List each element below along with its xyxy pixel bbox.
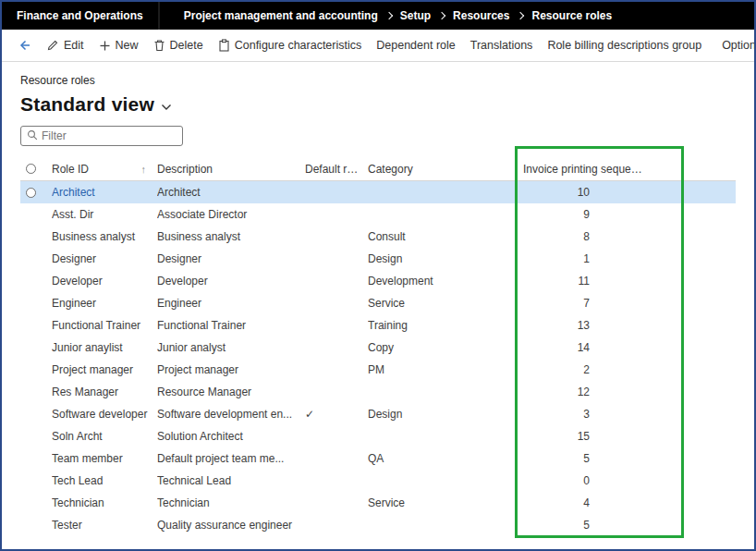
invoice-sequence-cell: 14: [523, 341, 682, 354]
breadcrumb-item-module[interactable]: Project management and accounting: [184, 9, 378, 22]
description-cell: Technical Lead: [157, 474, 305, 487]
category-cell: Service: [368, 297, 523, 310]
role-id-cell: Res Manager: [52, 386, 157, 398]
view-selector[interactable]: Standard view: [20, 93, 736, 116]
role-id-cell: Software developer: [52, 408, 157, 421]
category-cell: Consult: [368, 230, 523, 243]
new-button-label: New: [116, 39, 139, 52]
options-button[interactable]: Options: [714, 30, 756, 61]
table-row[interactable]: Asst. DirAssociate Director9: [20, 203, 736, 226]
new-button[interactable]: New: [91, 30, 146, 61]
table-row[interactable]: Res ManagerResource Manager12: [20, 381, 736, 403]
select-all-radio[interactable]: [20, 164, 52, 174]
description-cell: Project manager: [157, 363, 305, 376]
table-row[interactable]: Team memberDefault project team me...QA5: [20, 447, 736, 470]
delete-button-label: Delete: [170, 39, 203, 52]
table-row[interactable]: Business analystBusiness analystConsult8: [20, 226, 736, 248]
configure-characteristics-button[interactable]: Configure characteristics: [211, 30, 370, 61]
breadcrumb: Project management and accounting Setup …: [160, 9, 612, 22]
role-id-cell: Developer: [52, 275, 157, 288]
invoice-sequence-cell: 9: [523, 208, 682, 221]
default-role-check-icon: ✓: [305, 408, 360, 421]
breadcrumb-item-setup[interactable]: Setup: [400, 9, 431, 22]
table-row[interactable]: Software developerSoftware development e…: [20, 403, 736, 425]
invoice-sequence-cell: 5: [523, 519, 682, 532]
role-id-cell: Functional Trainer: [52, 319, 157, 332]
invoice-sequence-cell: 2: [523, 363, 682, 376]
invoice-sequence-cell: 15: [523, 430, 682, 443]
category-cell: Development: [368, 275, 523, 288]
invoice-sequence-cell: 13: [523, 319, 682, 332]
description-cell: Technician: [157, 496, 305, 509]
page-caption: Resource roles: [20, 74, 736, 87]
configure-characteristics-label: Configure characteristics: [235, 39, 362, 52]
description-cell: Solution Architect: [157, 430, 305, 443]
edit-button[interactable]: Edit: [39, 30, 91, 61]
category-cell: Copy: [368, 341, 523, 354]
role-id-cell: Designer: [52, 252, 157, 265]
breadcrumb-separator-icon: [517, 12, 524, 19]
table-row[interactable]: DeveloperDeveloperDevelopment11: [20, 270, 736, 292]
column-header-description[interactable]: Description: [157, 163, 305, 176]
delete-button[interactable]: Delete: [146, 30, 211, 61]
invoice-sequence-cell: 4: [523, 496, 682, 509]
invoice-sequence-cell: 12: [523, 386, 682, 398]
resource-roles-grid: Role ID ↑ Description Default role Categ…: [20, 157, 736, 536]
table-row[interactable]: Soln ArchtSolution Architect15: [20, 425, 736, 447]
role-id-cell: Tech Lead: [52, 474, 157, 487]
role-billing-descriptions-group-button[interactable]: Role billing descriptions group: [540, 30, 709, 61]
description-cell: Engineer: [157, 297, 305, 310]
back-button[interactable]: [9, 30, 39, 61]
table-row[interactable]: EngineerEngineerService7: [20, 292, 736, 314]
table-row[interactable]: Functional TrainerFunctional TrainerTrai…: [20, 314, 736, 337]
role-id-cell: Tester: [52, 519, 157, 532]
column-header-invoice-printing-sequence[interactable]: Invoice printing sequence: [523, 163, 682, 176]
description-cell: Associate Director: [157, 208, 305, 221]
description-cell: Developer: [157, 275, 305, 288]
description-cell: Functional Trainer: [157, 319, 305, 332]
description-cell: Default project team me...: [157, 452, 305, 465]
role-id-cell: Team member: [52, 452, 157, 465]
table-row[interactable]: Junior anaylistJunior analystCopy14: [20, 337, 736, 359]
role-id-cell: Business analyst: [52, 230, 157, 243]
column-header-role-id[interactable]: Role ID ↑: [52, 163, 157, 176]
plus-icon: [99, 40, 111, 52]
invoice-sequence-cell: 5: [523, 452, 682, 465]
breadcrumb-item-resources[interactable]: Resources: [453, 9, 509, 22]
category-cell: Design: [368, 408, 523, 421]
filter-input[interactable]: [42, 129, 171, 142]
app-window: Finance and Operations Project managemen…: [0, 0, 756, 551]
description-cell: Software development en...: [157, 408, 305, 421]
radio-circle-icon: [26, 164, 36, 174]
grid-body: ArchitectArchitect10Asst. DirAssociate D…: [20, 181, 736, 536]
translations-button[interactable]: Translations: [463, 30, 541, 61]
table-row[interactable]: Tech LeadTechnical Lead0: [20, 470, 736, 492]
category-cell: QA: [368, 452, 523, 465]
app-title[interactable]: Finance and Operations: [2, 2, 160, 30]
table-row[interactable]: DesignerDesignerDesign1: [20, 248, 736, 270]
description-cell: Junior analyst: [157, 341, 305, 354]
invoice-sequence-cell: 3: [523, 408, 682, 421]
row-select-cell[interactable]: [20, 188, 52, 198]
column-header-label: Role ID: [52, 163, 89, 176]
top-navigation-bar: Finance and Operations Project managemen…: [2, 2, 754, 30]
table-row[interactable]: ArchitectArchitect10: [20, 181, 736, 203]
table-row[interactable]: Project managerProject managerPM2: [20, 359, 736, 381]
dependent-role-button[interactable]: Dependent role: [369, 30, 462, 61]
dependent-role-label: Dependent role: [376, 39, 455, 52]
table-row[interactable]: TechnicianTechnicianService4: [20, 492, 736, 514]
options-label: Options: [722, 39, 756, 52]
filter-field[interactable]: [20, 126, 183, 146]
action-toolbar: Edit New Delete Configure characteristic…: [2, 30, 754, 62]
column-header-category[interactable]: Category: [368, 163, 523, 176]
category-cell: Training: [368, 319, 523, 332]
page-body: Resource roles Standard view Role ID ↑: [2, 62, 754, 536]
table-row[interactable]: TesterQuality assurance engineer5: [20, 514, 736, 536]
role-id-cell: Technician: [52, 496, 157, 509]
column-header-default-role[interactable]: Default role: [305, 163, 368, 176]
sort-ascending-icon: ↑: [141, 164, 151, 175]
role-id-cell: Soln Archt: [52, 430, 157, 443]
invoice-sequence-cell: 7: [523, 297, 682, 310]
role-id-cell: Project manager: [52, 363, 157, 376]
breadcrumb-item-resource-roles[interactable]: Resource roles: [531, 9, 612, 22]
